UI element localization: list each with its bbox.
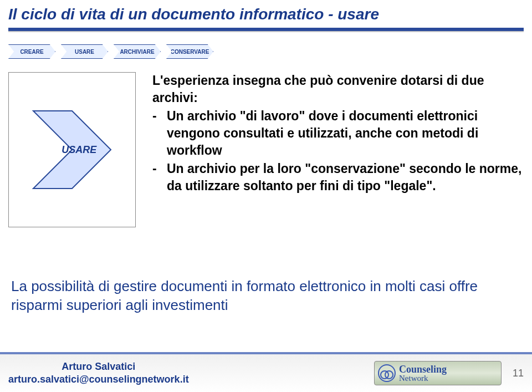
footer: Arturo Salvatici arturo.salvatici@counse… xyxy=(0,352,532,392)
bullet-marker: - xyxy=(152,108,167,159)
lifecycle-stages: CREARE USARE ARCHIVIARE CONSERVARE xyxy=(8,44,219,59)
arrow-label: USARE xyxy=(62,144,96,156)
logo-text: Counseling Network xyxy=(399,364,447,383)
title-bar: Il ciclo di vita di un documento informa… xyxy=(8,6,524,32)
page-title: Il ciclo di vita di un documento informa… xyxy=(8,6,524,28)
logo-line2: Network xyxy=(399,374,447,383)
page-number: 11 xyxy=(513,368,524,379)
bullet-2-text: Un archivio per la loro "conservazione" … xyxy=(167,160,524,195)
footer-author: Arturo Salvatici arturo.salvatici@counse… xyxy=(8,360,189,386)
stage-usare: USARE xyxy=(61,44,108,59)
stage-archiviare: ARCHIVIARE xyxy=(114,44,161,59)
bullet-marker: - xyxy=(152,160,167,195)
stage-creare: CREARE xyxy=(8,44,55,59)
logo-mark-icon xyxy=(378,364,396,382)
bullet-1: - Un archivio "di lavoro" dove i documen… xyxy=(152,108,524,159)
main-text: L'esperienza insegna che può convenire d… xyxy=(152,72,524,227)
logo: Counseling Network xyxy=(374,361,502,385)
visual-box: USARE xyxy=(8,72,136,227)
author-email: arturo.salvatici@counselingnetwork.it xyxy=(8,373,189,386)
author-name: Arturo Salvatici xyxy=(8,360,189,373)
stage-conservare: CONSERVARE xyxy=(166,44,213,59)
bullet-1-text: Un archivio "di lavoro" dove i documenti… xyxy=(167,108,524,159)
bullet-2: - Un archivio per la loro "conservazione… xyxy=(152,160,524,195)
footer-right: Counseling Network 11 xyxy=(374,361,524,385)
logo-line1: Counseling xyxy=(399,364,447,374)
title-underline xyxy=(8,28,524,32)
arrow-shape: USARE xyxy=(28,105,116,194)
bottom-paragraph: La possibilità di gestire documenti in f… xyxy=(11,277,521,315)
intro-text: L'esperienza insegna che può convenire d… xyxy=(152,72,524,106)
content-area: USARE L'esperienza insegna che può conve… xyxy=(8,72,524,227)
